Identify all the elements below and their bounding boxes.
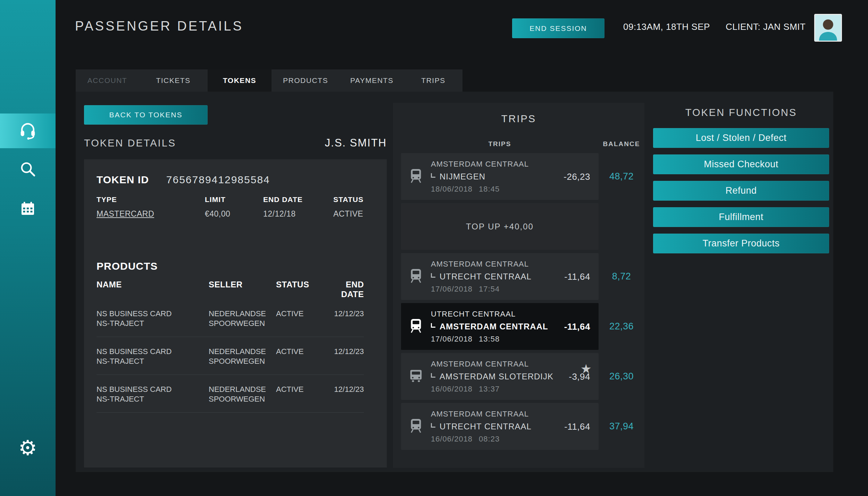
favorite-star-icon[interactable]: ★	[581, 363, 592, 375]
header-client-label: CLIENT: JAN SMIT	[726, 22, 806, 32]
headset-icon	[18, 121, 37, 140]
field-end-date: END DATE 12/12/18	[263, 195, 333, 219]
transfer-products-button[interactable]: Transfer Products	[653, 234, 829, 253]
token-functions-title: TOKEN FUNCTIONS	[653, 107, 829, 118]
train-icon	[408, 417, 431, 437]
trip-balance: 22,36	[599, 303, 644, 350]
arrival-corner-icon	[431, 423, 435, 428]
topup-card[interactable]: TOP UP +40,00	[401, 203, 599, 250]
token-functions-buttons: Lost / Stolen / Defect Missed Checkout R…	[653, 128, 829, 253]
field-type: TYPE MASTERCARD	[97, 195, 205, 219]
token-id-value: 7656789412985584	[166, 174, 270, 186]
trip-balance	[599, 203, 644, 250]
token-details-card: TOKEN ID 7656789412985584 TYPE MASTERCAR…	[84, 159, 387, 468]
trip-row: AMSTERDAM CENTRAAL UTRECHT CENTRAAL 16/0…	[401, 403, 644, 450]
bus-icon	[408, 367, 431, 387]
token-details-header: TOKEN DETAILS J.S. SMITH	[84, 137, 387, 149]
token-fields: TYPE MASTERCARD LIMIT €40,00 END DATE 12…	[97, 195, 364, 219]
trip-amount: -11,64	[564, 321, 590, 332]
tab-payments[interactable]: PAYMENTS	[340, 69, 404, 92]
gear-icon: ⚙	[18, 437, 37, 458]
trip-balance: 8,72	[599, 253, 644, 300]
tab-trips[interactable]: TRIPS	[404, 69, 462, 92]
token-holder-name: J.S. SMITH	[325, 137, 387, 149]
trip-row-selected: UTRECHT CENTRAAL AMSTERDAM CENTRAAL 17/0…	[401, 303, 644, 350]
products-title: PRODUCTS	[97, 260, 364, 272]
trip-amount: -11,64	[564, 271, 590, 282]
back-to-tokens-button[interactable]: BACK TO TOKENS	[84, 105, 208, 125]
end-session-button[interactable]: END SESSION	[512, 18, 604, 38]
trip-balance: 26,30	[599, 353, 644, 400]
trip-row: AMSTERDAM CENTRAAL UTRECHT CENTRAAL 17/0…	[401, 253, 644, 300]
tab-bar: ACCOUNT TICKETS TOKENS PRODUCTS PAYMENTS…	[76, 69, 462, 92]
trip-balance: 37,94	[599, 403, 644, 450]
trip-card[interactable]: UTRECHT CENTRAAL AMSTERDAM CENTRAAL 17/0…	[401, 303, 599, 350]
token-type-link[interactable]: MASTERCARD	[97, 209, 205, 219]
trip-balance: 48,72	[599, 153, 644, 200]
sidebar-item-settings[interactable]: ⚙	[0, 431, 56, 464]
sidebar-item-calendar[interactable]	[0, 192, 56, 225]
product-row: NS BUSINESS CARDNS-TRAJECT NEDERLANDSESP…	[97, 375, 364, 413]
trips-list: AMSTERDAM CENTRAAL NIJMEGEN 18/06/201818…	[401, 153, 644, 450]
sidebar-item-support[interactable]	[0, 114, 56, 148]
balance-column-label: BALANCE	[599, 140, 644, 148]
topup-label: TOP UP +40,00	[466, 222, 534, 232]
trips-column-headers: TRIPS BALANCE	[401, 140, 644, 148]
tab-tokens[interactable]: TOKENS	[208, 69, 272, 92]
refund-button[interactable]: Refund	[653, 181, 829, 201]
trips-title: TRIPS	[393, 113, 644, 125]
arrival-corner-icon	[431, 273, 435, 278]
token-id-row: TOKEN ID 7656789412985584	[97, 174, 364, 186]
products-table-header: NAME SELLER STATUS END DATE	[97, 280, 364, 299]
tab-products[interactable]: PRODUCTS	[272, 69, 340, 92]
trip-card[interactable]: AMSTERDAM CENTRAAL UTRECHT CENTRAAL 16/0…	[401, 403, 599, 450]
field-limit: LIMIT €40,00	[205, 195, 263, 219]
arrival-corner-icon	[431, 323, 435, 328]
trip-row: AMSTERDAM CENTRAAL NIJMEGEN 18/06/201818…	[401, 153, 644, 200]
search-icon	[19, 160, 36, 178]
train-icon	[408, 267, 431, 287]
fulfillment-button[interactable]: Fulfillment	[653, 207, 829, 227]
topup-row: TOP UP +40,00	[401, 203, 644, 250]
trips-column-label: TRIPS	[401, 140, 599, 148]
train-icon	[408, 167, 431, 187]
trip-amount: -26,23	[564, 171, 590, 182]
field-status: STATUS ACTIVE	[333, 195, 364, 219]
trip-card[interactable]: AMSTERDAM CENTRAAL NIJMEGEN 18/06/201818…	[401, 153, 599, 200]
page-title: PASSENGER DETAILS	[75, 19, 243, 34]
train-icon	[408, 317, 431, 337]
product-row: NS BUSINESS CARDNS-TRAJECT NEDERLANDSESP…	[97, 337, 364, 375]
trip-card[interactable]: AMSTERDAM CENTRAAL AMSTERDAM SLOTERDIJK …	[401, 353, 599, 400]
sidebar-item-search[interactable]	[0, 152, 56, 186]
client-avatar[interactable]	[814, 14, 842, 42]
content-panel: BACK TO TOKENS TOKEN DETAILS J.S. SMITH …	[76, 92, 833, 472]
sidebar: ⚙	[0, 0, 56, 496]
product-row: NS BUSINESS CARDNS-TRAJECT NEDERLANDSESP…	[97, 299, 364, 337]
trip-amount: -11,64	[564, 421, 590, 432]
calendar-icon	[19, 200, 36, 217]
trip-card[interactable]: AMSTERDAM CENTRAAL UTRECHT CENTRAAL 17/0…	[401, 253, 599, 300]
products-table: NAME SELLER STATUS END DATE NS BUSINESS …	[97, 280, 364, 413]
token-details-title: TOKEN DETAILS	[84, 137, 176, 149]
token-id-label: TOKEN ID	[97, 174, 149, 186]
tab-account[interactable]: ACCOUNT	[76, 69, 139, 92]
trips-panel: TRIPS TRIPS BALANCE	[393, 103, 644, 468]
arrival-corner-icon	[431, 173, 435, 178]
trip-row: AMSTERDAM CENTRAAL AMSTERDAM SLOTERDIJK …	[401, 353, 644, 400]
missed-checkout-button[interactable]: Missed Checkout	[653, 154, 829, 174]
lost-stolen-defect-button[interactable]: Lost / Stolen / Defect	[653, 128, 829, 148]
arrival-corner-icon	[431, 373, 435, 378]
tab-tickets[interactable]: TICKETS	[139, 69, 208, 92]
header-datetime: 09:13AM, 18TH SEP	[623, 22, 710, 32]
